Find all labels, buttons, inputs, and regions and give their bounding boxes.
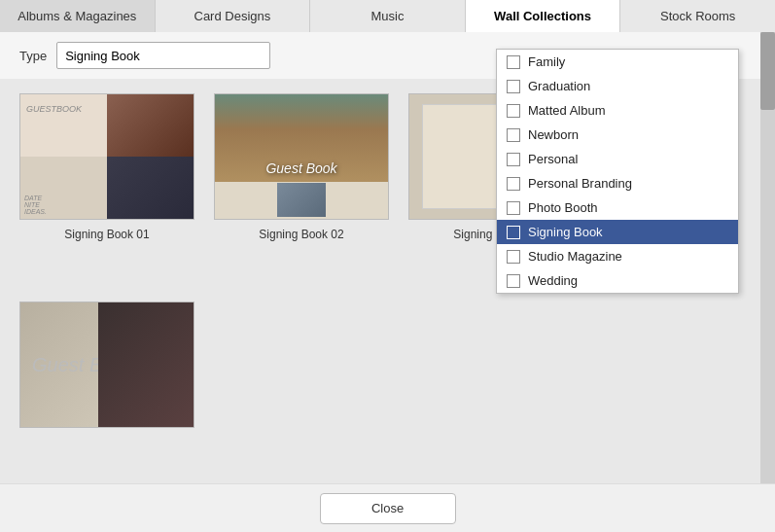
checkbox-graduation [507,80,520,93]
thumb-01-text-cell: GUESTBOOK [20,94,107,157]
dropdown-item-personal[interactable]: Personal [497,147,738,171]
nav-music[interactable]: Music [310,0,466,32]
nav-card-designs[interactable]: Card Designs [156,0,311,32]
thumb-02-top: Guest Book [215,94,388,182]
dropdown-item-graduation[interactable]: Graduation [497,74,738,98]
thumb-02-layout: Guest Book [215,94,388,219]
nav-albums-magazines[interactable]: Albums & Magazines [0,0,156,32]
type-dropdown-overlay: Family Graduation Matted Album Newborn P… [496,49,739,294]
checkbox-personal-branding [507,177,520,191]
nav-stock-rooms[interactable]: Stock Rooms [620,0,775,32]
thumb-01-grid: GUESTBOOK DATENITEIDEAS. [20,94,194,219]
close-button[interactable]: Close [320,493,456,524]
thumb-01-img1 [107,94,194,157]
top-navigation: Albums & Magazines Card Designs Music Wa… [0,0,775,32]
product-name-02: Signing Book 02 [259,228,343,241]
dropdown-item-newborn[interactable]: Newborn [497,123,738,147]
thumb-02-small-img [277,183,326,217]
scrollbar-track[interactable] [760,32,775,483]
checkbox-photo-booth [507,201,520,215]
dropdown-item-studio-magazine[interactable]: Studio Magazine [497,244,738,268]
signing-book-script: Guest Book [265,160,336,176]
dropdown-item-matted-album[interactable]: Matted Album [497,98,738,123]
thumb-04-dark-img [98,302,194,427]
checkbox-studio-magazine [507,250,520,264]
checkbox-matted-album [507,104,520,118]
thumb-04-bg: Guest Book [20,302,194,427]
checkbox-family [507,55,520,69]
product-name-01: Signing Book 01 [64,228,149,241]
thumb-01-text2: DATENITEIDEAS. [20,157,107,219]
thumb-01-img2 [107,157,194,219]
dropdown-item-personal-branding[interactable]: Personal Branding [497,171,738,195]
product-thumb-04: Guest Book [19,301,194,428]
type-label: Type [19,49,47,63]
type-select[interactable]: Signing Book Family Graduation Matted Al… [56,42,270,69]
dropdown-item-signing-book[interactable]: Signing Book [497,220,738,244]
dropdown-item-photo-booth[interactable]: Photo Booth [497,195,738,220]
dropdown-item-wedding[interactable]: Wedding [497,268,738,293]
guestbook-label: GUESTBOOK [26,104,101,114]
nav-wall-collections[interactable]: Wall Collections [466,0,621,32]
product-thumb-02: Guest Book [214,93,389,220]
product-thumb-01: GUESTBOOK DATENITEIDEAS. [19,93,194,220]
checkbox-wedding [507,274,520,288]
checkbox-newborn [507,128,520,142]
checkbox-personal [507,153,520,166]
checkbox-signing-book [507,226,520,239]
product-card-02[interactable]: Guest Book Signing Book 02 [214,93,389,469]
product-card-04[interactable]: Guest Book [19,301,194,428]
type-select-wrapper: Signing Book Family Graduation Matted Al… [56,42,270,69]
scrollbar-thumb[interactable] [760,32,775,110]
bottom-bar: Close [0,483,775,532]
dropdown-item-family[interactable]: Family [497,50,738,74]
thumb-02-bottom [215,182,388,219]
